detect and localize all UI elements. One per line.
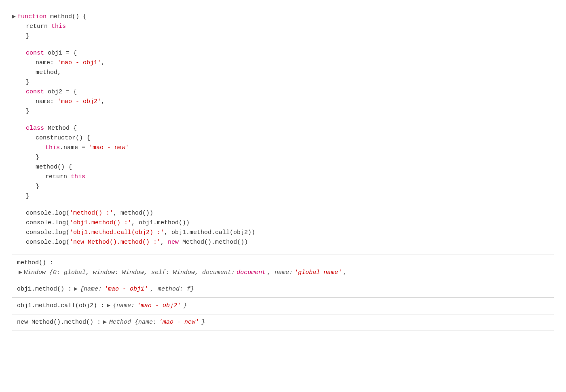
code-text: , [161,238,168,247]
code-text: method() { [46,12,87,22]
code-line-12: constructor() { [12,133,554,143]
keyword-function: function [17,12,46,22]
output-obj-3b: } [183,301,187,311]
code-text: , obj1.method.call(obj2)) [164,228,255,238]
output-str-1: 'global name' [294,268,342,278]
output-str-4: 'mao - new' [159,318,199,327]
output-str-3: 'mao - obj2' [137,301,181,311]
code-text: } [36,182,39,192]
code-text: return [45,172,71,182]
code-line-18: } [12,192,554,201]
code-text: obj2 = { [44,87,77,97]
keyword-new: new [168,238,179,247]
output-obj-4: Method {name: [109,318,156,327]
output-label-3: obj1.method.call(obj2) : [17,301,104,311]
code-line-9: name: 'mao - obj2', [12,97,554,107]
output-label-4: new Method().method() : [17,318,101,327]
expand-arrow-1[interactable]: ▶ [19,268,22,278]
code-line-8: const obj2 = { [12,87,554,97]
keyword-const: const [26,48,44,58]
collapse-arrow[interactable]: ▶ [12,12,16,22]
code-editor: ▶ function method() { return this } cons… [12,8,554,251]
output-block-1: method() : ▶ Window {0: global, window: … [12,255,554,281]
code-line-17: } [12,182,554,192]
expand-arrow-4[interactable]: ▶ [103,318,107,327]
code-line-21: console.log('obj1.method.call(obj2) :', … [12,228,554,238]
code-text: constructor() { [36,133,90,143]
output-obj-3: {name: [113,301,135,311]
code-line-7: } [12,78,554,87]
output-obj-1c: , [343,268,347,278]
expand-arrow-3[interactable]: ▶ [107,301,110,311]
code-text: console.log( [26,209,70,218]
expand-arrow-2[interactable]: ▶ [74,285,78,294]
code-text: , [101,58,105,68]
code-line-3: } [12,32,554,41]
code-line-22: console.log('new Method().method() :', n… [12,238,554,247]
code-text: method, [36,68,61,78]
keyword-class: class [26,124,44,133]
code-text: } [26,32,30,41]
main-container: ▶ function method() { return this } cons… [0,0,566,392]
code-line-1: ▶ function method() { [12,12,554,22]
code-line-4: const obj1 = { [12,48,554,58]
output-line-1: method() : ▶ Window {0: global, window: … [17,258,347,278]
code-text: } [36,153,39,162]
string-value: 'method() :' [70,209,113,218]
output-obj-2b: , method: f} [150,285,194,294]
string-value: 'mao - obj2' [57,97,101,107]
output-obj-1b: , name: [267,268,293,278]
code-text: console.log( [26,228,70,238]
keyword-this: this [71,172,85,182]
code-text: Method().method()) [179,238,248,247]
output-section: method() : ▶ Window {0: global, window: … [12,255,554,331]
code-text: , method()) [113,209,153,218]
string-value: 'mao - new' [89,143,129,153]
code-text: return [26,22,51,32]
output-obj-2: {name: [80,285,102,294]
output-block-2: obj1.method() : ▶ {name: 'mao - obj1', m… [12,281,554,297]
code-line-16: return this [12,172,554,182]
code-line-11: class Method { [12,124,554,133]
keyword-this: this [45,143,60,153]
code-text: , [101,97,105,107]
code-text: name: [36,58,57,68]
string-value: 'mao - obj1' [57,58,101,68]
code-line-6: method, [12,68,554,78]
output-str-2: 'mao - obj1' [104,285,148,294]
code-text: .name = [60,143,89,153]
code-text: console.log( [26,238,70,247]
output-obj-1: Window {0: global, window: Window, self:… [24,268,235,278]
output-label-1: method() : [17,259,53,266]
keyword-const: const [26,87,44,97]
code-text: } [26,107,30,116]
output-block-3: obj1.method.call(obj2) : ▶ {name: 'mao -… [12,297,554,314]
code-line-5: name: 'mao - obj1', [12,58,554,68]
output-highlight-1: document [237,268,266,278]
code-line-14: } [12,153,554,162]
string-value: 'new Method().method() :' [70,238,161,247]
code-line-10: } [12,107,554,116]
code-line-19: console.log('method() :', method()) [12,209,554,218]
code-text: , obj1.method()) [131,218,190,228]
code-text: name: [36,97,57,107]
code-text: } [26,78,30,87]
code-line-13: this.name = 'mao - new' [12,143,554,153]
keyword-this: this [51,22,66,32]
output-obj-4b: } [201,318,205,327]
code-line-2: return this [12,22,554,32]
code-line-15: method() { [12,162,554,172]
output-block-4: new Method().method() : ▶ Method {name: … [12,314,554,331]
string-value: 'obj1.method() :' [70,218,131,228]
code-text: method() { [36,162,72,172]
code-line-20: console.log('obj1.method() :', obj1.meth… [12,218,554,228]
string-value: 'obj1.method.call(obj2) :' [70,228,164,238]
code-text: } [26,192,30,201]
code-text: console.log( [26,218,70,228]
output-label-2: obj1.method() : [17,285,72,294]
code-text: Method { [44,124,77,133]
code-text: obj1 = { [44,48,77,58]
